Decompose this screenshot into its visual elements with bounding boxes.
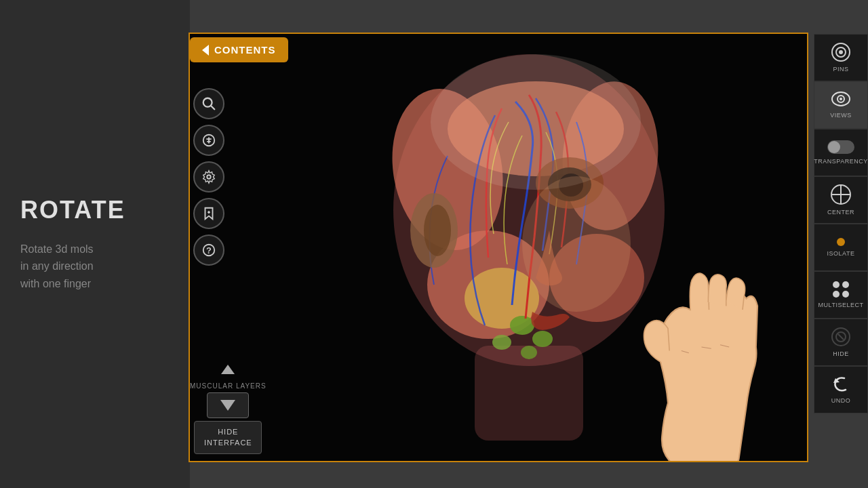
undo-button[interactable]: UNDO [814, 366, 868, 413]
right-toolbar: PINS VIEWS TRANSPARENCY CENTER ISOLATE [814, 34, 868, 413]
bottom-left-controls: MUSCULAR LAYERS HIDEINTERFACE [190, 359, 267, 454]
arrow-left-icon [202, 45, 209, 56]
anatomy-canvas [190, 34, 807, 461]
svg-line-24 [211, 106, 214, 109]
views-button[interactable]: VIEWS [814, 81, 868, 129]
main-viewport [190, 34, 807, 461]
isolate-dot-icon [837, 238, 845, 246]
hide-label: HIDE [833, 350, 849, 357]
svg-point-9 [510, 316, 534, 335]
help-icon: ? [201, 243, 216, 258]
rotate-title: ROTATE [20, 196, 170, 224]
multiselect-label: MULTISELECT [818, 302, 864, 308]
hide-icon [831, 327, 850, 346]
svg-marker-34 [221, 365, 235, 374]
svg-point-29 [207, 175, 211, 179]
transparency-toggle[interactable] [827, 140, 854, 154]
rotate-description: Rotate 3d molsin any directionwith one f… [20, 241, 170, 293]
views-icon [831, 92, 850, 108]
up-arrow-icon [221, 365, 235, 374]
pins-label: PINS [833, 66, 848, 73]
svg-point-11 [492, 335, 511, 350]
hide-interface-button[interactable]: HIDEINTERFACE [194, 421, 262, 454]
search-icon [201, 96, 216, 111]
undo-icon [832, 375, 850, 393]
isolate-button[interactable]: ISOLATE [814, 224, 868, 271]
svg-marker-35 [220, 400, 235, 411]
isolate-label: ISOLATE [827, 250, 855, 257]
multiselect-button[interactable]: MULTISELECT [814, 271, 868, 319]
bookmark-icon [201, 206, 216, 221]
filter-icon [201, 133, 216, 148]
bookmark-button[interactable] [193, 198, 224, 229]
center-label: CENTER [827, 209, 854, 216]
pins-icon [831, 43, 850, 62]
hide-interface-label: HIDEINTERFACE [204, 428, 252, 446]
crosshair-icon [831, 184, 851, 205]
svg-text:?: ? [206, 245, 212, 256]
transparency-label: TRANSPARENCY [814, 158, 867, 165]
svg-line-42 [838, 334, 844, 340]
anatomy-svg [190, 34, 807, 461]
svg-point-18 [431, 54, 641, 190]
views-label: VIEWS [830, 112, 852, 119]
svg-point-37 [839, 50, 843, 54]
svg-point-40 [840, 98, 842, 100]
svg-point-10 [532, 331, 553, 347]
muscular-layers-label: MUSCULAR LAYERS [190, 382, 267, 390]
help-button[interactable]: ? [193, 235, 224, 266]
left-toolbar: ? [190, 88, 228, 266]
left-instruction-panel: ROTATE Rotate 3d molsin any directionwit… [0, 0, 190, 488]
search-button[interactable] [193, 88, 224, 119]
transparency-button[interactable]: TRANSPARENCY [814, 129, 868, 176]
settings-icon [201, 169, 216, 184]
contents-button[interactable]: CONTENTS [190, 37, 288, 62]
svg-point-19 [522, 176, 631, 312]
settings-button[interactable] [193, 161, 224, 192]
pins-button[interactable]: PINS [814, 34, 868, 81]
svg-point-12 [521, 346, 537, 359]
hide-button[interactable]: HIDE [814, 319, 868, 366]
toggle-knob [828, 141, 840, 153]
svg-rect-2 [475, 346, 583, 441]
contents-label: CONTENTS [214, 44, 276, 56]
svg-point-14 [424, 205, 451, 256]
undo-label: UNDO [831, 397, 851, 404]
multiselect-icon [833, 281, 849, 298]
center-button[interactable]: CENTER [814, 176, 868, 224]
down-arrow-icon [220, 400, 235, 411]
filter-button[interactable] [193, 125, 224, 156]
layer-up-button[interactable] [211, 359, 245, 380]
layer-down-button[interactable] [207, 392, 249, 418]
